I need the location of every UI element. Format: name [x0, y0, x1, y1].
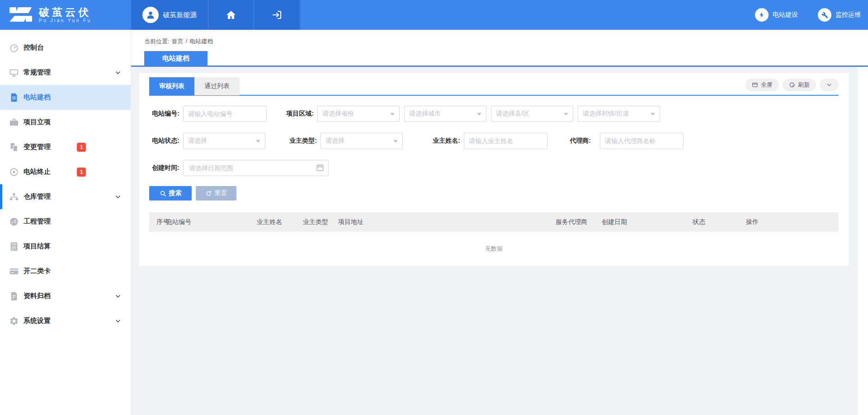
dashboard-icon — [9, 217, 19, 227]
page-tab-station-archive[interactable]: 电站建档 — [144, 51, 208, 66]
refresh-icon — [789, 82, 795, 88]
region-label: 项目区域: — [267, 110, 317, 118]
tab-review-list[interactable]: 审核列表 — [149, 77, 194, 95]
bolt-icon — [755, 8, 769, 22]
search-button[interactable]: 搜索 — [149, 186, 192, 201]
sidebar-item-warehouse-mgmt[interactable]: 仓库管理 — [0, 184, 131, 209]
logout-button[interactable] — [254, 0, 300, 30]
chevron-down-icon — [826, 82, 832, 88]
create-time-label: 创建时间: — [149, 164, 183, 172]
wrench-icon — [818, 8, 831, 22]
sidebar-item-data-archive[interactable]: 资料归档 — [0, 284, 131, 308]
station-no-label: 电站编号: — [149, 110, 183, 118]
caret-down-icon — [256, 140, 260, 143]
logo-mark-icon — [9, 6, 33, 23]
col-seq: 序号 — [149, 218, 166, 226]
breadcrumb: 当前位置: 首页 / 电站建档 — [144, 30, 868, 46]
filter-form: 电站编号: 项目区域: 请选择省份 请选择城市 请选择县/区 请选择村镇/街道 … — [149, 106, 839, 176]
filter-row-3: 创建时间: — [149, 160, 839, 176]
caret-down-icon — [564, 113, 568, 116]
brand-subtitle: Po Jian Yun Fu — [39, 18, 92, 23]
brand-title: 破茧云伏 — [39, 6, 92, 18]
reset-button[interactable]: 重置 — [196, 186, 236, 201]
breadcrumb-separator: / — [186, 37, 188, 46]
agent-label: 代理商: — [547, 137, 600, 145]
mode-monitor-ops[interactable]: 监控运维 — [818, 8, 861, 22]
monitor-icon — [9, 68, 19, 78]
col-owner-name: 业主姓名 — [257, 218, 303, 226]
province-select[interactable]: 请选择省份 — [317, 106, 400, 122]
sidebar-item-station-archive[interactable]: 电站建档 — [0, 85, 131, 110]
sidebar-item-station-terminate[interactable]: 电站终止 1 — [0, 159, 131, 184]
results-table: 序号 电站编号 业主姓名 业主类型 项目地址 服务代理商 创建日期 状态 操作 … — [149, 212, 839, 266]
document-icon — [9, 93, 19, 103]
scrollbar-track[interactable] — [858, 67, 868, 415]
refresh-button[interactable]: 刷新 — [783, 79, 816, 91]
city-select[interactable]: 请选择城市 — [404, 106, 486, 122]
chevron-down-icon — [114, 293, 122, 300]
briefcase-icon — [9, 117, 19, 127]
filter-actions: 搜索 重置 — [149, 186, 839, 201]
owner-name-input[interactable] — [464, 133, 547, 149]
breadcrumb-current: 电站建档 — [189, 37, 213, 46]
sitemap-icon — [9, 192, 19, 202]
empty-state: 无数据 — [149, 232, 839, 266]
mode-station-build[interactable]: 电站建设 — [755, 8, 798, 22]
main-content: 当前位置: 首页 / 电站建档 电站建档 审核列表 通过列表 全屏 刷新 — [131, 30, 868, 415]
owner-type-label: 业主类型: — [270, 137, 321, 145]
sidebar: 控制台 常规管理 电站建档 项目立项 变更管理 1 电站终止 1 — [0, 30, 131, 415]
sidebar-item-project-initiation[interactable]: 项目立项 — [0, 110, 131, 135]
brand-logo: 破茧云伏 Po Jian Yun Fu — [0, 0, 131, 30]
owner-name-label: 业主姓名: — [407, 137, 464, 145]
sidebar-item-project-settlement[interactable]: 项目结算 — [0, 234, 131, 259]
county-select[interactable]: 请选择县/区 — [491, 106, 573, 122]
fullscreen-button[interactable]: 全屏 — [745, 79, 779, 91]
record-icon — [9, 167, 19, 177]
archive-icon — [9, 291, 19, 301]
list-tabs: 审核列表 通过列表 全屏 刷新 — [149, 78, 839, 96]
filter-row-1: 电站编号: 项目区域: 请选择省份 请选择城市 请选择县/区 请选择村镇/街道 — [149, 106, 839, 122]
topbar-mode-switch: 电站建设 监控运维 — [755, 0, 861, 30]
refresh-icon — [205, 190, 212, 197]
pages-icon — [9, 142, 19, 152]
search-icon — [160, 190, 166, 197]
col-actions: 操作 — [746, 218, 839, 226]
owner-type-select[interactable]: 请选择 — [321, 133, 403, 149]
topbar-nav: 破茧新能源 — [131, 0, 301, 30]
collapse-button[interactable] — [820, 79, 839, 91]
caret-down-icon — [651, 113, 655, 116]
tab-passed-list[interactable]: 通过列表 — [194, 77, 240, 95]
status-label: 电站状态: — [149, 137, 183, 145]
sidebar-item-engineering-mgmt[interactable]: 工程管理 — [0, 209, 131, 234]
card-icon — [9, 266, 19, 276]
panel-toolbar: 全屏 刷新 — [745, 79, 839, 91]
sidebar-item-system-settings[interactable]: 系统设置 — [0, 308, 131, 333]
breadcrumb-prefix: 当前位置: — [144, 37, 170, 46]
table-header-row: 序号 电站编号 业主姓名 业主类型 项目地址 服务代理商 创建日期 状态 操作 — [149, 212, 839, 232]
home-button[interactable] — [208, 0, 254, 30]
caret-down-icon — [390, 113, 395, 116]
filter-panel: 审核列表 通过列表 全屏 刷新 — [139, 73, 849, 266]
user-menu[interactable]: 破茧新能源 — [131, 0, 208, 30]
col-agent: 服务代理商 — [556, 218, 602, 226]
sidebar-item-general-mgmt[interactable]: 常规管理 — [0, 60, 131, 85]
station-no-input[interactable] — [183, 106, 267, 122]
chevron-down-icon — [114, 317, 122, 325]
date-range-input[interactable] — [183, 160, 329, 176]
user-avatar-icon — [142, 7, 159, 23]
caret-down-icon — [393, 140, 398, 143]
caret-down-icon — [477, 113, 481, 116]
calculator-icon — [9, 242, 19, 252]
change-mgmt-badge: 1 — [77, 143, 86, 152]
breadcrumb-home[interactable]: 首页 — [172, 37, 184, 46]
top-bar: 破茧云伏 Po Jian Yun Fu 破茧新能源 电站建设 — [0, 0, 868, 30]
status-select[interactable]: 请选择 — [183, 133, 265, 149]
sidebar-item-console[interactable]: 控制台 — [0, 35, 131, 60]
sidebar-item-change-mgmt[interactable]: 变更管理 1 — [0, 135, 131, 159]
town-select[interactable]: 请选择村镇/街道 — [578, 106, 660, 122]
sidebar-item-type2-card[interactable]: 开二类卡 — [0, 259, 131, 284]
filter-row-2: 电站状态: 请选择 业主类型: 请选择 业主姓名: 代理商: — [149, 133, 839, 149]
company-name: 破茧新能源 — [163, 11, 197, 19]
gear-icon — [9, 316, 19, 326]
agent-input[interactable] — [600, 133, 684, 149]
